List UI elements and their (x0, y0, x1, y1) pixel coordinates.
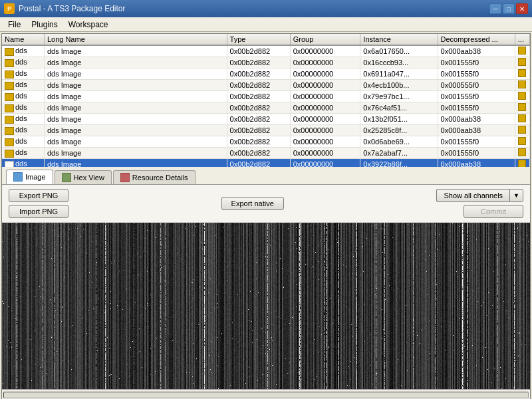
cell-extra (515, 102, 529, 114)
cell-extra (515, 45, 529, 57)
col-header-longname[interactable]: Long Name (44, 34, 227, 45)
table-row[interactable]: dds dds Image 0x00b2d882 0x00000000 0x39… (2, 159, 530, 168)
window-title: Postal - A TS3 Package Editor (19, 4, 126, 13)
tab-resource-details[interactable]: Resource Details (113, 170, 196, 184)
table-row[interactable]: dds dds Image 0x00b2d882 0x00000000 0x16… (2, 57, 530, 68)
commit-button[interactable]: Commit (464, 205, 523, 218)
table-row[interactable]: dds dds Image 0x00b2d882 0x00000000 0x0d… (2, 136, 530, 148)
cell-longname: dds Image (44, 148, 227, 159)
cell-decompressed: 0x001555f0 (438, 148, 515, 159)
table-row[interactable]: dds dds Image 0x00b2d882 0x00000000 0x69… (2, 68, 530, 80)
cell-instance: 0x4ecb100b... (360, 80, 438, 91)
cell-decompressed: 0x000aab38 (438, 114, 515, 125)
cell-instance: 0x6a017650... (360, 45, 438, 57)
left-buttons: Export PNG Import PNG (9, 189, 68, 218)
show-channels-dropdown[interactable]: ▼ (509, 189, 523, 202)
right-buttons: Show all channels ▼ Commit (436, 189, 523, 218)
col-header-decompressed[interactable]: Decompressed ... (438, 34, 515, 45)
maximize-button[interactable]: □ (503, 3, 515, 14)
cell-group: 0x00000000 (290, 136, 360, 148)
cell-extra (515, 80, 529, 91)
cell-name: dds (2, 57, 44, 68)
show-channels-button[interactable]: Show all channels (436, 189, 509, 202)
col-header-type[interactable]: Type (227, 34, 290, 45)
cell-longname: dds Image (44, 125, 227, 136)
table-row[interactable]: dds dds Image 0x00b2d882 0x00000000 0x79… (2, 91, 530, 102)
cell-instance: 0x16cccb93... (360, 57, 438, 68)
table-wrapper: Name Long Name Type Group Instance Decom… (2, 34, 530, 167)
cell-type: 0x00b2d882 (227, 57, 290, 68)
col-header-instance[interactable]: Instance (360, 34, 438, 45)
title-bar: P Postal - A TS3 Package Editor ─ □ ✕ (0, 0, 532, 17)
cell-group: 0x00000000 (290, 159, 360, 168)
cell-type: 0x00b2d882 (227, 148, 290, 159)
minimize-button[interactable]: ─ (489, 3, 501, 14)
main-container: Name Long Name Type Group Instance Decom… (1, 33, 531, 399)
cell-decompressed: 0x000aab38 (438, 45, 515, 57)
tab-image[interactable]: Image (6, 170, 53, 184)
cell-longname: dds Image (44, 136, 227, 148)
h-scroll-track[interactable] (3, 392, 529, 398)
table-row[interactable]: dds dds Image 0x00b2d882 0x00000000 0x4e… (2, 80, 530, 91)
resource-table: Name Long Name Type Group Instance Decom… (2, 34, 530, 167)
image-area (2, 223, 530, 389)
cell-type: 0x00b2d882 (227, 80, 290, 91)
cell-extra (515, 148, 529, 159)
tabs-area: Image Hex View Resource Details (2, 167, 530, 185)
cell-longname: dds Image (44, 114, 227, 125)
import-png-button[interactable]: Import PNG (9, 205, 68, 218)
cell-instance: 0x13b2f051... (360, 114, 438, 125)
cell-type: 0x00b2d882 (227, 68, 290, 80)
cell-decompressed: 0x000aab38 (438, 125, 515, 136)
table-row[interactable]: dds dds Image 0x00b2d882 0x00000000 0x76… (2, 102, 530, 114)
tab-hexview[interactable]: Hex View (55, 170, 112, 184)
cell-extra (515, 114, 529, 125)
window-controls: ─ □ ✕ (489, 3, 528, 14)
cell-group: 0x00000000 (290, 148, 360, 159)
cell-instance: 0x6911a047... (360, 68, 438, 80)
table-row[interactable]: dds dds Image 0x00b2d882 0x00000000 0x13… (2, 114, 530, 125)
table-scroll[interactable]: Name Long Name Type Group Instance Decom… (2, 34, 530, 167)
menu-workspace[interactable]: Workspace (63, 19, 114, 31)
cell-longname: dds Image (44, 159, 227, 168)
col-header-group[interactable]: Group (290, 34, 360, 45)
cell-instance: 0x7a2abaf7... (360, 148, 438, 159)
cell-type: 0x00b2d882 (227, 136, 290, 148)
close-button[interactable]: ✕ (516, 3, 528, 14)
cell-type: 0x00b2d882 (227, 45, 290, 57)
cell-decompressed: 0x000aab38 (438, 159, 515, 168)
cell-name: dds (2, 102, 44, 114)
app-icon: P (4, 3, 15, 14)
cell-group: 0x00000000 (290, 80, 360, 91)
cell-decompressed: 0x000555f0 (438, 80, 515, 91)
cell-name: dds (2, 80, 44, 91)
cell-type: 0x00b2d882 (227, 91, 290, 102)
table-row[interactable]: dds dds Image 0x00b2d882 0x00000000 0x7a… (2, 148, 530, 159)
cell-name: dds (2, 125, 44, 136)
middle-buttons: Export native (221, 197, 284, 210)
cell-group: 0x00000000 (290, 114, 360, 125)
table-row[interactable]: dds dds Image 0x00b2d882 0x00000000 0x25… (2, 125, 530, 136)
table-row[interactable]: dds dds Image 0x00b2d882 0x00000000 0x6a… (2, 45, 530, 57)
cell-extra (515, 125, 529, 136)
cell-instance: 0x0d6abe69... (360, 136, 438, 148)
cell-instance: 0x3922b86f... (360, 159, 438, 168)
menu-plugins[interactable]: Plugins (26, 19, 63, 31)
cell-name: dds (2, 68, 44, 80)
col-header-name[interactable]: Name (2, 34, 44, 45)
export-png-button[interactable]: Export PNG (9, 189, 68, 202)
cell-group: 0x00000000 (290, 57, 360, 68)
cell-decompressed: 0x001555f0 (438, 102, 515, 114)
cell-instance: 0x25285c8f... (360, 125, 438, 136)
cell-decompressed: 0x001555f0 (438, 57, 515, 68)
export-native-button[interactable]: Export native (221, 197, 284, 210)
cell-group: 0x00000000 (290, 102, 360, 114)
menu-file[interactable]: File (3, 19, 26, 31)
buttons-area: Export PNG Import PNG Export native Show… (2, 185, 530, 223)
cell-decompressed: 0x001555f0 (438, 136, 515, 148)
cell-instance: 0x76c4af51... (360, 102, 438, 114)
horizontal-scrollbar[interactable] (2, 389, 530, 399)
col-header-extra[interactable]: ... (515, 34, 529, 45)
cell-name: dds (2, 114, 44, 125)
cell-type: 0x00b2d882 (227, 102, 290, 114)
